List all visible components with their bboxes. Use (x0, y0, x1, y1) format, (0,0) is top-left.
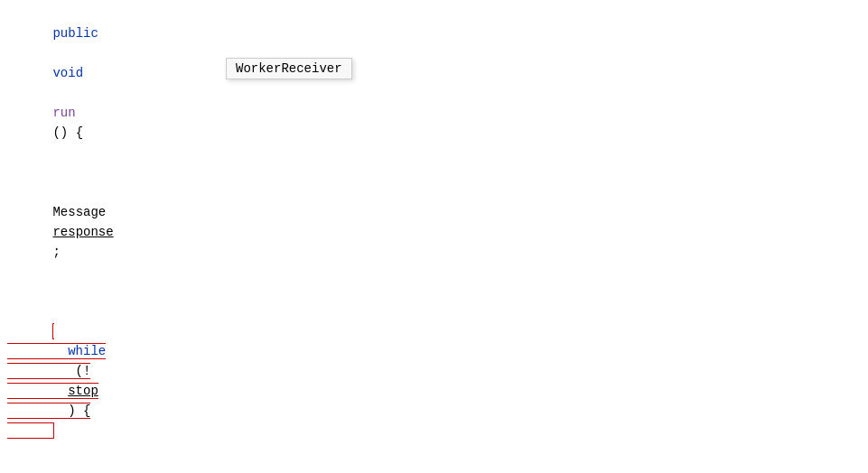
var-response: response (52, 225, 113, 239)
type-message: Message (52, 205, 113, 219)
method-run: run (52, 106, 75, 120)
code-line-4: // Sleeps on receive (0, 460, 868, 473)
var-stop: stop (68, 384, 98, 398)
keyword-while: while (68, 344, 106, 358)
while-box: while (! stop ) { (7, 323, 106, 439)
tooltip-workerreceiver: WorkerReceiver (226, 58, 352, 79)
keyword-void: void (52, 66, 83, 80)
keyword-public: public (52, 26, 98, 41)
code-line-3: while (! stop ) { (0, 282, 868, 460)
code-line-1: public void run () { (0, 4, 868, 162)
code-line-2: Message response ; (0, 162, 868, 282)
code-container: public void run () { Message response ; … (0, 0, 868, 473)
tooltip-text: WorkerReceiver (236, 61, 342, 76)
